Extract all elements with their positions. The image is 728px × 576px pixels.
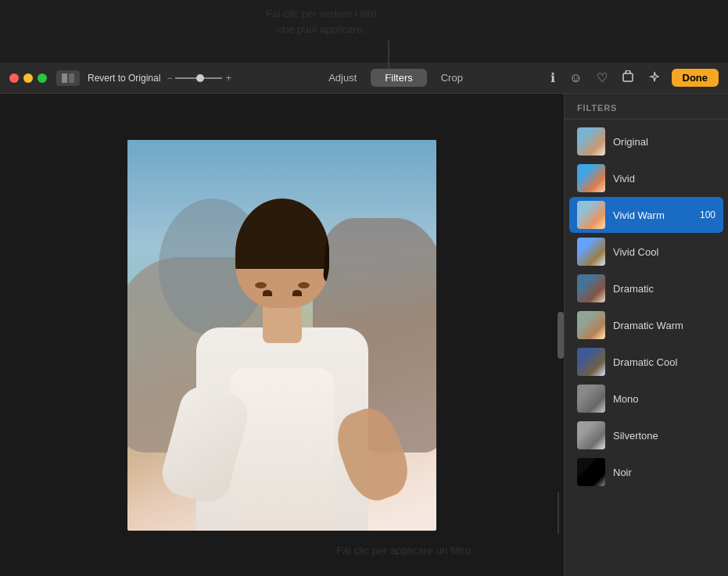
minimize-button[interactable] (23, 73, 33, 83)
svg-rect-1 (69, 73, 74, 83)
filters-panel: FILTERS OriginalVividVivid Warm100Vivid … (564, 94, 728, 576)
filter-name-vivid-warm: Vivid Warm (613, 209, 692, 221)
right-eye (292, 290, 302, 296)
dual-view-toggle[interactable] (56, 70, 80, 86)
filter-item-vivid-warm[interactable]: Vivid Warm100 (569, 197, 723, 233)
right-eyebrow (298, 282, 310, 288)
person-hair (235, 199, 329, 269)
filter-thumb-vivid-cool (577, 238, 605, 266)
revert-button[interactable]: Revert to Original (88, 73, 160, 84)
filter-name-dramatic-warm: Dramatic Warm (613, 320, 715, 331)
callout-top-text: Fai clic per vedere i filtri che puoi ap… (266, 6, 377, 38)
person-head (235, 199, 329, 308)
svg-rect-2 (623, 73, 633, 81)
filter-name-dramatic: Dramatic (613, 283, 715, 295)
filter-item-silvertone[interactable]: Silvertone (569, 417, 723, 453)
filter-thumb-silvertone (577, 421, 605, 449)
filter-thumb-vivid (577, 164, 605, 192)
filter-item-dramatic[interactable]: Dramatic (569, 270, 723, 306)
tab-filters[interactable]: Filters (371, 69, 426, 87)
resize-handle[interactable] (558, 312, 564, 359)
photo-canvas (127, 140, 436, 531)
sparkles-button[interactable] (645, 69, 664, 88)
window-controls (9, 73, 47, 83)
filter-name-silvertone: Silvertone (613, 430, 715, 442)
filter-thumb-mono (577, 385, 605, 413)
filter-item-vivid-cool[interactable]: Vivid Cool (569, 234, 723, 270)
filter-thumb-original (577, 127, 605, 156)
filter-item-dramatic-cool[interactable]: Dramatic Cool (569, 344, 723, 380)
toolbar-tabs: Adjust Filters Crop (244, 69, 547, 87)
filter-value-vivid-warm: 100 (700, 209, 715, 220)
heart-button[interactable]: ♡ (594, 69, 611, 87)
slider-plus-icon[interactable]: + (225, 72, 231, 84)
filter-thumb-dramatic-warm (577, 311, 605, 339)
slider-minus-icon[interactable]: − (167, 73, 172, 84)
filter-thumb-dramatic (577, 274, 605, 302)
tab-adjust[interactable]: Adjust (314, 69, 371, 87)
share-button[interactable] (619, 69, 637, 88)
emoji-button[interactable]: ☺ (566, 70, 585, 87)
zoom-slider-container: − + (167, 72, 231, 84)
filter-name-vivid: Vivid (613, 173, 715, 184)
filter-name-vivid-cool: Vivid Cool (613, 246, 715, 258)
svg-rect-0 (62, 73, 67, 83)
filter-item-mono[interactable]: Mono (569, 381, 723, 417)
maximize-button[interactable] (38, 73, 47, 83)
left-eye (263, 290, 272, 296)
filter-name-mono: Mono (613, 393, 715, 405)
filter-item-dramatic-warm[interactable]: Dramatic Warm (569, 307, 723, 343)
tab-crop[interactable]: Crop (427, 69, 477, 87)
main-content: FILTERS OriginalVividVivid Warm100Vivid … (0, 94, 728, 576)
filter-item-noir[interactable]: Noir (569, 454, 723, 490)
filter-item-vivid[interactable]: Vivid (569, 160, 723, 196)
toolbar-right-icons: ℹ ☺ ♡ Done (547, 69, 719, 88)
person-body (196, 327, 368, 531)
filter-name-dramatic-cool: Dramatic Cool (613, 356, 715, 368)
left-eyebrow (255, 282, 267, 288)
filters-list[interactable]: OriginalVividVivid Warm100Vivid CoolDram… (565, 120, 728, 576)
filter-thumb-dramatic-cool (577, 348, 605, 376)
filter-name-original: Original (613, 136, 715, 148)
filter-thumb-noir (577, 458, 605, 486)
close-button[interactable] (9, 73, 19, 83)
filters-header: FILTERS (565, 94, 728, 120)
toolbar: Revert to Original − + Adjust Filters Cr… (0, 63, 728, 94)
photo-area (0, 94, 564, 576)
info-button[interactable]: ℹ (547, 69, 558, 87)
zoom-slider[interactable] (175, 77, 222, 79)
filter-name-noir: Noir (613, 467, 715, 478)
filter-thumb-vivid-warm (577, 201, 605, 229)
filter-item-original[interactable]: Original (569, 123, 723, 159)
done-button[interactable]: Done (672, 69, 719, 87)
